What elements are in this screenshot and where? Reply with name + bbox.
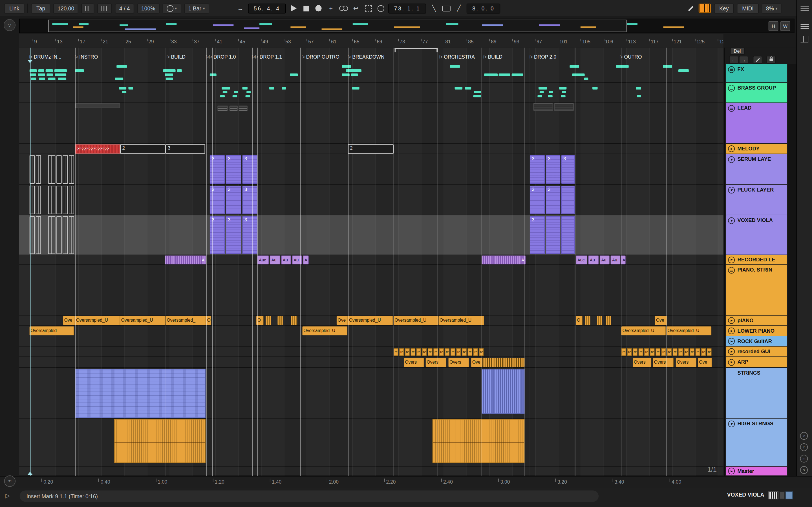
clip-p3[interactable]: 3	[210, 155, 225, 184]
punch-region-bracket[interactable]	[395, 48, 438, 52]
clip-p3[interactable]: 3	[561, 155, 575, 184]
clip-mini[interactable]	[217, 106, 228, 111]
mixer-sections-icon[interactable]	[801, 23, 809, 29]
follow-playback-icon[interactable]: ▷	[5, 492, 10, 499]
track-header-piano-strin[interactable]: PIANO, STRIN	[726, 265, 787, 315]
group-fold-icon[interactable]	[728, 85, 735, 92]
clip-t[interactable]	[269, 87, 274, 90]
clip-v[interactable]: Auc	[257, 256, 269, 264]
clip-outl[interactable]: 3	[166, 144, 205, 154]
clip-o[interactable]: Overs	[653, 358, 673, 367]
clip-t[interactable]	[663, 65, 672, 68]
beat-time-ruler[interactable]: 9131721252933374145495357616569737781858…	[19, 34, 723, 48]
track-fold-down-icon[interactable]	[728, 156, 735, 163]
clip-t[interactable]	[234, 91, 238, 93]
locator-build[interactable]: ▷BUILD	[484, 54, 502, 59]
clip-or[interactable]: re	[439, 348, 444, 356]
clip-or[interactable]: re	[416, 348, 421, 356]
clip-p3[interactable]	[546, 216, 560, 254]
clip-os[interactable]	[266, 316, 271, 325]
clip-p3[interactable]: 3	[530, 216, 545, 254]
locator-instro[interactable]: ▷INSTRO	[75, 54, 98, 59]
clip-p3[interactable]: 3	[210, 186, 225, 214]
track-fold-right-icon[interactable]	[728, 359, 735, 365]
clip-or[interactable]: re	[405, 348, 410, 356]
clip-t[interactable]	[55, 73, 66, 76]
locator-drop-1-1[interactable]: ▷▷DROP 1.1	[252, 54, 282, 59]
optimize-height-button[interactable]: H	[769, 21, 778, 31]
clip-o[interactable]: Ove	[63, 316, 75, 325]
clip-v[interactable]: A	[621, 256, 626, 264]
track-header-lower-piano[interactable]: LOWER PIANO	[726, 326, 787, 336]
clip-or[interactable]: re	[701, 348, 706, 356]
clip-or[interactable]: re	[399, 348, 404, 356]
clip-t[interactable]	[210, 73, 216, 76]
clip-outl[interactable]: 2	[348, 144, 394, 154]
clip-t[interactable]	[129, 87, 133, 90]
clip-v[interactable]: Auc	[576, 256, 587, 264]
toggle-mixer-button[interactable]: m	[800, 455, 808, 462]
punch-position-display[interactable]: 73. 1. 1	[389, 3, 426, 13]
clip-p3[interactable]: 3	[243, 216, 257, 254]
clip-wv[interactable]	[69, 186, 74, 214]
clip-t[interactable]	[351, 73, 358, 76]
clip-t[interactable]	[177, 69, 182, 72]
clip-t[interactable]	[592, 87, 598, 90]
clip-mini[interactable]	[239, 106, 248, 111]
clip-t[interactable]	[54, 69, 67, 72]
clip-o[interactable]: Oversampled_	[166, 316, 206, 325]
clip-p3[interactable]: 3	[530, 155, 545, 184]
locator-orchestra[interactable]: ▷ORCHESTRA	[440, 54, 475, 59]
track-header-serum-laye[interactable]: SERUM LAYE	[726, 154, 787, 184]
quantize-display[interactable]: 100%	[137, 3, 159, 13]
clip-os[interactable]	[291, 316, 297, 325]
menu-lines-icon[interactable]	[801, 6, 809, 11]
clip-os[interactable]	[585, 316, 590, 325]
clip-blus[interactable]	[481, 369, 524, 414]
group-fold-icon[interactable]	[728, 105, 735, 112]
clip-t[interactable]	[512, 73, 523, 76]
track-fold-down-icon[interactable]	[728, 187, 735, 193]
clip-gray[interactable]	[75, 103, 120, 108]
clip-or[interactable]: re	[633, 348, 638, 356]
clip-t[interactable]	[38, 73, 45, 76]
clip-wv[interactable]	[69, 155, 74, 184]
clip-wv[interactable]	[48, 155, 56, 184]
computer-midi-keyboard-button[interactable]	[699, 4, 711, 13]
group-fold-icon[interactable]	[728, 267, 735, 274]
clip-t[interactable]	[30, 73, 36, 76]
clip-or[interactable]: re	[639, 348, 644, 356]
minutes-time-ruler[interactable]: 0:200:401:001:201:402:002:202:403:003:20…	[0, 476, 812, 488]
clip-o[interactable]: Oversampled_U	[666, 327, 712, 335]
track-header-strings[interactable]: STRINGS	[726, 368, 787, 418]
clip-p3[interactable]: 3	[226, 155, 241, 184]
clip-p3[interactable]: 3	[226, 216, 241, 254]
clip-or[interactable]: re	[627, 348, 632, 356]
clip-o[interactable]: Ove	[698, 358, 712, 367]
capture-midi-button[interactable]: +	[326, 4, 336, 13]
clip-o[interactable]: Ove	[655, 316, 667, 325]
clip-os[interactable]	[606, 316, 611, 325]
clip-or[interactable]: re	[462, 348, 467, 356]
clip-v[interactable]: Au	[600, 256, 610, 264]
track-fold-down-icon[interactable]	[728, 217, 735, 224]
track-header-brass-group[interactable]: BRASS GROUP	[726, 83, 787, 103]
clip-v[interactable]: Au	[588, 256, 599, 264]
track-header-high-strngs[interactable]: HIGH STRNGS	[726, 418, 787, 466]
clip-p3[interactable]: 3	[530, 186, 545, 214]
toggle-returns-button[interactable]: r	[800, 443, 808, 451]
clip-ost2[interactable]	[114, 419, 206, 463]
nudge-down-button[interactable]	[82, 3, 94, 13]
locator-build[interactable]: ▷BUILD	[167, 54, 185, 59]
overview-toggle-button[interactable]: ▽	[4, 19, 15, 31]
clip-t[interactable]	[46, 69, 53, 72]
clip-t[interactable]	[246, 91, 251, 93]
track-fold-right-icon[interactable]	[728, 348, 735, 355]
punch-in-button[interactable]: ╲	[429, 4, 439, 13]
clip-p3[interactable]	[561, 186, 575, 214]
clip-ost2[interactable]	[433, 419, 525, 463]
play-button[interactable]	[289, 4, 298, 13]
midi-map-button[interactable]: MIDI	[737, 3, 759, 13]
track-header-piano[interactable]: pIANO	[726, 316, 787, 325]
clip-red[interactable]: ??????????????	[75, 144, 120, 154]
